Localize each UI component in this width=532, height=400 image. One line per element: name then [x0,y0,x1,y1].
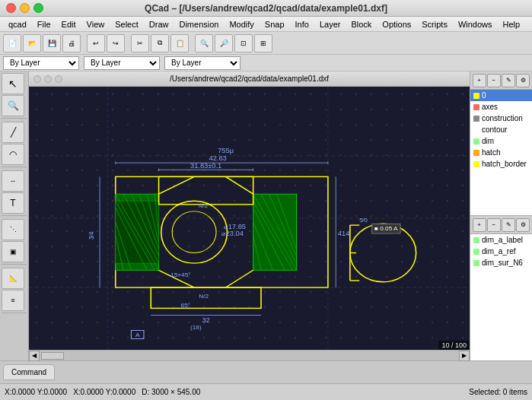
status-coord2: X:0.0000 Y:0.0000 [73,388,135,396]
canvas-max-btn[interactable] [55,75,62,83]
titlebar: QCad – [/Users/andrew/qcad2/qcad/data/ex… [0,0,532,17]
svg-text:N/2: N/2 [198,203,208,209]
layer-list: 0 axes construction contour dim [470,90,532,215]
svg-text:A: A [135,332,140,338]
block-item-dim-a-label[interactable]: dim_a_label [470,234,532,246]
layer-select-1[interactable]: By Layer [3,56,79,70]
layer-settings-btn[interactable]: ⚙ [516,74,530,87]
layer-del-btn[interactable]: − [487,74,501,87]
status-selected: Selected: 0 items [469,388,527,396]
drawing-svg: 42.63 31.83±0.1 3⁄4 414 ⌀23.04 ⌀17.65 15… [29,87,470,350]
layer-select-3[interactable]: By Layer [164,56,241,70]
layer-name-hatch: hatch [482,148,500,157]
block-settings-btn[interactable]: ⚙ [516,218,530,232]
attribute-tool[interactable]: ≡ [2,290,24,311]
layer-name-0: 0 [482,91,486,100]
menu-dimension[interactable]: Dimension [174,18,223,30]
block-item-dim-a-ref[interactable]: dim_a_ref [470,246,532,257]
layer-color-hatch-border [473,161,479,167]
layer-select-2[interactable]: By Layer [84,56,160,70]
menu-file[interactable]: File [33,18,56,30]
hatch-tool[interactable]: ⋱ [2,219,24,240]
menu-block[interactable]: Block [346,18,376,30]
menu-layer[interactable]: Layer [315,18,346,30]
block-name-2: dim_sur_N6 [482,259,523,267]
menu-qcad[interactable]: qcad [4,18,31,30]
zoom-out-button[interactable]: 🔎 [215,34,233,52]
copy-button[interactable]: ⧉ [151,34,169,52]
dimension-tool[interactable]: ↔ [2,170,24,192]
window-controls[interactable] [6,3,43,13]
menu-info[interactable]: Info [291,18,314,30]
new-button[interactable]: 📄 [3,34,21,52]
menu-scripts[interactable]: Scripts [417,18,452,30]
horizontal-scrollbar[interactable]: ◀ ▶ [29,350,470,360]
block-del-btn[interactable]: − [487,218,501,232]
layer-item-hatch-border[interactable]: hatch_border [470,158,532,170]
svg-text:65°: 65° [181,302,191,308]
left-toolbar: ↖ 🔍 ╱ ◠ ↔ T ⋱ ▣ 📐 ≡ [0,71,29,360]
block-add-btn[interactable]: + [473,218,486,232]
menu-windows[interactable]: Windows [454,18,497,30]
block-color-0 [473,237,479,243]
layer-item-dim[interactable]: dim [470,135,532,147]
menu-snap[interactable]: Snap [260,18,289,30]
menu-draw[interactable]: Draw [145,18,174,30]
canvas-min-btn[interactable] [44,75,52,83]
menu-edit[interactable]: Edit [57,18,81,30]
paste-button[interactable]: 📋 [170,34,189,52]
minimize-button[interactable] [20,3,30,13]
arc-tool[interactable]: ◠ [2,144,24,165]
menu-view[interactable]: View [82,18,110,30]
block-color-2 [473,260,479,266]
menu-select[interactable]: Select [110,18,143,30]
layer-add-btn[interactable]: + [473,74,486,87]
menu-modify[interactable]: Modify [225,18,258,30]
select-tool[interactable]: ↖ [2,73,24,94]
layer-color-contour [473,127,479,133]
layer-edit-btn[interactable]: ✎ [502,74,515,87]
zoom-select-button[interactable]: ⊞ [254,34,272,52]
scroll-thumb[interactable] [41,352,64,360]
menu-options[interactable]: Options [377,18,416,30]
drawing-canvas[interactable]: 42.63 31.83±0.1 3⁄4 414 ⌀23.04 ⌀17.65 15… [29,87,470,350]
zoom-in-button[interactable]: 🔍 [195,34,213,52]
layer-item-hatch[interactable]: hatch [470,147,532,158]
canvas-close-btn[interactable] [33,75,41,83]
svg-text:414: 414 [338,230,350,237]
undo-button[interactable]: ↩ [87,34,105,52]
block-list: dim_a_label dim_a_ref dim_sur_N6 [470,234,532,360]
command-tab[interactable]: Command [3,364,55,380]
layer-color-axes [473,104,479,110]
svg-text:■ 0.05  A: ■ 0.05 A [374,226,399,232]
svg-text:3⁄4: 3⁄4 [87,231,95,240]
layer-name-construction: construction [482,114,523,122]
layer-item-0[interactable]: 0 [470,90,532,101]
zoom-info: 10 / 100 [438,341,470,350]
canvas-title: /Users/andrew/qcad2/qcad/data/example01.… [170,75,329,83]
zoom-fit-button[interactable]: ⊡ [234,34,253,52]
cut-button[interactable]: ✂ [131,34,149,52]
print-button[interactable]: 🖨 [62,34,81,52]
save-button[interactable]: 💾 [43,34,61,52]
close-button[interactable] [6,3,16,13]
block-item-dim-sur[interactable]: dim_sur_N6 [470,257,532,268]
scroll-left-btn[interactable]: ◀ [29,351,40,361]
zoom-tool[interactable]: 🔍 [2,95,24,116]
line-tool[interactable]: ╱ [2,122,24,143]
redo-button[interactable]: ↪ [107,34,125,52]
layer-item-axes[interactable]: axes [470,101,532,113]
open-button[interactable]: 📂 [23,34,41,52]
layer-item-construction[interactable]: construction [470,113,532,124]
maximize-button[interactable] [33,3,43,13]
block-tool[interactable]: ▣ [2,241,24,262]
canvas-titlebar: /Users/andrew/qcad2/qcad/data/example01.… [29,71,470,87]
menu-help[interactable]: Help [499,18,525,30]
layers-toolbar: + − ✎ ⚙ [470,71,532,90]
scroll-right-btn[interactable]: ▶ [459,351,470,361]
block-edit-btn[interactable]: ✎ [502,218,515,232]
block-color-1 [473,249,479,255]
layer-item-contour[interactable]: contour [470,124,532,135]
text-tool[interactable]: T [2,192,24,214]
measure-tool[interactable]: 📐 [2,268,24,289]
